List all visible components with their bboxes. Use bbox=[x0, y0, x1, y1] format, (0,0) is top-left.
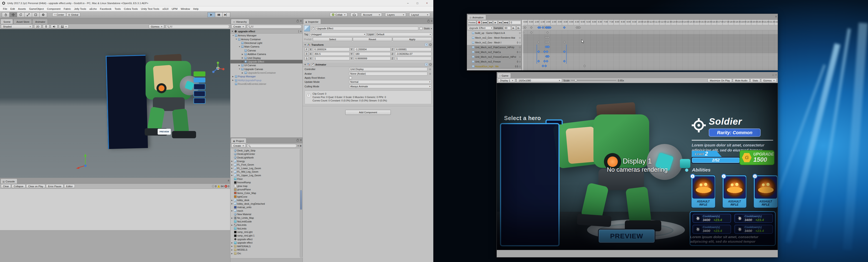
samples-field[interactable]: 60 bbox=[503, 26, 511, 30]
gizmos-dropdown[interactable]: Gizmos bbox=[149, 25, 164, 28]
menu-item[interactable]: Tools bbox=[113, 7, 122, 10]
help-icon[interactable]: ? bbox=[425, 43, 428, 46]
pause-button[interactable]: ▮▮ bbox=[215, 12, 223, 17]
panel-menu-icon[interactable]: ≡ bbox=[228, 179, 229, 182]
chevron-down-icon[interactable]: ▼ bbox=[231, 30, 234, 33]
project-item[interactable]: NoLimits bbox=[231, 223, 303, 227]
step-button[interactable]: ▶▏ bbox=[222, 12, 230, 17]
hierarchy-item[interactable]: RoundEndEventsListener bbox=[230, 82, 303, 86]
help-icon[interactable]: ? bbox=[425, 63, 428, 66]
x-value-field[interactable]: 356.5 bbox=[313, 52, 350, 56]
project-item[interactable]: ramp_rimLight 1 bbox=[231, 234, 303, 237]
keyed-indicator-icon[interactable] bbox=[519, 52, 521, 53]
y-value-field[interactable]: 0.9999999 bbox=[354, 57, 391, 60]
project-item[interactable]: lobby_desk_ringDetached bbox=[231, 202, 303, 206]
console-tab[interactable]: ▤Console bbox=[0, 178, 17, 184]
update-mode-dropdown[interactable]: Normal bbox=[349, 80, 432, 84]
window-control-button[interactable]: – bbox=[403, 1, 412, 5]
keyframe-diamond[interactable] bbox=[543, 60, 546, 62]
project-scrollbar[interactable] bbox=[300, 149, 302, 258]
preview-toggle[interactable]: Preview bbox=[468, 21, 476, 25]
keyed-indicator-icon[interactable] bbox=[519, 37, 521, 39]
info-icon[interactable]: i bbox=[752, 174, 757, 179]
project-item[interactable]: lightCone bbox=[231, 195, 303, 199]
keyed-indicator-icon[interactable] bbox=[519, 32, 521, 34]
hierarchy-create-button[interactable]: Create bbox=[231, 25, 246, 28]
expand-arrow-icon[interactable] bbox=[239, 64, 241, 66]
perspective-label[interactable]: Persp bbox=[213, 75, 219, 77]
expand-arrow-icon[interactable] bbox=[231, 167, 234, 169]
animated-property-row[interactable]: Unit_Mech_no2_FreezeCannon_HiPol bbox=[467, 55, 522, 59]
expand-arrow-icon[interactable] bbox=[231, 210, 234, 212]
2d-toggle[interactable]: 2D bbox=[34, 25, 41, 28]
game-render-area[interactable]: Select a hero Display 1 No cameras rende… bbox=[497, 83, 778, 251]
expand-arrow-icon[interactable] bbox=[232, 75, 234, 77]
project-item[interactable]: ramp_rimLight bbox=[231, 230, 303, 234]
scene-menu-icon[interactable]: ⋮≡ bbox=[297, 30, 302, 33]
project-item[interactable]: FL_Foot_Geom bbox=[231, 163, 303, 166]
keyframe-diamond[interactable] bbox=[530, 26, 532, 29]
animated-property-row[interactable]: build_up : Game Object.Is A bbox=[467, 31, 522, 35]
project-item[interactable]: fresnelRamp bbox=[231, 181, 303, 184]
keyframe-diamond[interactable] bbox=[537, 60, 540, 62]
expand-arrow-icon[interactable] bbox=[242, 72, 244, 74]
prefab-action-button[interactable]: Select bbox=[313, 37, 352, 41]
static-dropdown[interactable]: Static bbox=[424, 27, 432, 30]
menu-item[interactable]: Facebook bbox=[98, 7, 113, 10]
menu-item[interactable]: Component bbox=[45, 7, 62, 10]
game-toolbar-button[interactable]: Maximize On Play bbox=[708, 78, 732, 82]
menu-item[interactable]: Help bbox=[191, 7, 200, 10]
favorites-icon[interactable]: ♦ bbox=[298, 144, 299, 147]
project-item[interactable]: groundPlane bbox=[231, 188, 303, 192]
lock-icon[interactable] bbox=[297, 21, 299, 22]
hierarchy-tab[interactable]: ≔Hierarchy bbox=[231, 19, 249, 24]
project-item[interactable]: Orc bbox=[231, 252, 303, 255]
console-toolbar-button[interactable]: Clear bbox=[1, 184, 11, 188]
project-create-button[interactable]: Create bbox=[231, 144, 246, 148]
gameobject-name-field[interactable]: Upgrade Effect bbox=[315, 27, 418, 30]
z-value-field[interactable]: 6.699981 bbox=[395, 47, 432, 51]
clip-dropdown[interactable]: Upgrade Effect bbox=[468, 26, 493, 30]
keyed-indicator-icon[interactable] bbox=[519, 61, 521, 63]
hierarchy-item[interactable]: Directional Light bbox=[230, 41, 303, 45]
panel-menu-icon[interactable]: ≡ bbox=[431, 20, 432, 22]
project-tab[interactable]: ▣Project bbox=[231, 138, 246, 143]
expand-arrow-icon[interactable] bbox=[231, 249, 234, 251]
z-value-field[interactable]: -3.063606e-07 bbox=[395, 52, 432, 56]
play-button[interactable]: ▶ bbox=[208, 12, 215, 17]
menu-item[interactable]: uEcho bbox=[88, 7, 98, 10]
frame-field[interactable]: 0 bbox=[509, 21, 521, 24]
expand-arrow-icon[interactable] bbox=[231, 174, 234, 176]
display-dropdown[interactable]: Display 1 bbox=[498, 78, 515, 82]
gear-icon[interactable]: * bbox=[429, 63, 432, 66]
warning-count[interactable]: !64 bbox=[217, 185, 224, 188]
project-item[interactable]: New Material bbox=[231, 212, 303, 216]
scale-slider[interactable] bbox=[571, 80, 616, 81]
info-count[interactable]: !0 bbox=[212, 185, 217, 188]
hero-list-panel[interactable] bbox=[500, 123, 560, 246]
menu-item[interactable]: File bbox=[1, 7, 9, 10]
expand-arrow-icon[interactable] bbox=[232, 35, 234, 37]
panel-menu-icon[interactable]: ≡ bbox=[300, 139, 302, 141]
prefab-action-button[interactable]: Apply bbox=[393, 37, 432, 41]
animated-property-row[interactable]: Unit_Mech_no2_Freeze 0 bbox=[467, 59, 522, 64]
scene-viewport[interactable]: PREVIEW Persp bbox=[0, 29, 230, 178]
animated-property-row[interactable]: Unit_Mech_no2_FlakCannon_HiPoly bbox=[467, 45, 522, 50]
keyframe-diamond[interactable] bbox=[583, 65, 586, 67]
culling-mode-dropdown[interactable]: Always Animate bbox=[349, 85, 432, 88]
layers-dropdown[interactable]: Layers bbox=[385, 13, 406, 17]
pivot-global-button[interactable]: ◍Global bbox=[66, 13, 81, 17]
scene-tab[interactable]: Animator bbox=[32, 19, 48, 24]
expand-arrow-icon[interactable] bbox=[231, 224, 234, 226]
keyframe-diamond[interactable] bbox=[563, 26, 565, 29]
scrollbar-thumb[interactable] bbox=[300, 190, 302, 210]
animated-property-row[interactable]: Unit_Mech_no2_FlakCa 0 bbox=[467, 50, 522, 55]
transform-mode-button[interactable]: S bbox=[305, 57, 309, 60]
gear-icon[interactable]: * bbox=[429, 43, 432, 46]
audio-toggle[interactable] bbox=[51, 25, 58, 28]
prev-key-button[interactable]: ▮◀ bbox=[488, 21, 493, 25]
keyframe-diamond[interactable] bbox=[537, 41, 540, 43]
project-item[interactable]: DeskLightCenter bbox=[231, 152, 303, 156]
expand-arrow-icon[interactable] bbox=[231, 171, 234, 173]
lighting-toggle[interactable] bbox=[43, 25, 49, 28]
